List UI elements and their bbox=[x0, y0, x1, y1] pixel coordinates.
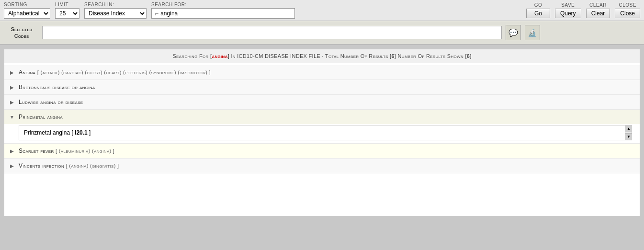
search-term: angina bbox=[212, 53, 227, 59]
result-header-6[interactable]: ▶ Vincents infection [ (angina) (gingivi… bbox=[4, 159, 640, 173]
clear-btn-group: Clear Clear bbox=[586, 2, 610, 18]
bio-icon-button[interactable]: 🔬 bbox=[525, 25, 540, 40]
result-row-3: ▶ Ludwigs angina or disease bbox=[4, 95, 640, 110]
result-subterms-6: [ (angina) (gingivitis) ] bbox=[66, 163, 119, 169]
go-btn-group: Go Go bbox=[526, 2, 550, 18]
close-label: Close bbox=[619, 2, 636, 8]
expand-icon-1: ▶ bbox=[9, 69, 15, 75]
close-btn-group: Close Close bbox=[615, 2, 640, 18]
clear-label: Clear bbox=[589, 2, 607, 8]
result-row-1: ▶ Angina [ (attack) (cardiac) (chest) (h… bbox=[4, 65, 640, 80]
summary-middle: ] In ICD10-CM DISEASE INDEX FILE · Total… bbox=[228, 53, 392, 59]
selected-codes-input[interactable] bbox=[42, 26, 502, 39]
result-subterms-5: [ (albuminuria) (angina) ] bbox=[56, 148, 114, 154]
scroll-up-4[interactable]: ▲ bbox=[625, 125, 632, 132]
result-title-4: Prinzmetal angina bbox=[19, 114, 63, 120]
detail-scrollbar-4: ▲ ▼ bbox=[625, 125, 632, 140]
limit-select[interactable]: 25 50 100 bbox=[55, 8, 79, 19]
search-in-select[interactable]: Disease Index ICD10-CM Tabular E/M Guide… bbox=[84, 8, 147, 19]
expand-icon-6: ▶ bbox=[9, 163, 15, 169]
result-detail-4: Prinzmetal angina [ I20.1 ] ▲ ▼ bbox=[19, 125, 632, 140]
save-button[interactable]: Query bbox=[555, 9, 581, 18]
selected-codes-label: Selected Codes bbox=[5, 26, 38, 40]
result-row-5: ▶ Scarlet fever [ (albuminuria) (angina)… bbox=[4, 144, 640, 159]
expand-icon-5: ▶ bbox=[9, 148, 15, 154]
selected-codes-bar: Selected Codes 💬 🔬 bbox=[0, 21, 644, 45]
limit-label: Limit bbox=[55, 2, 68, 7]
summary-suffix1: ] Number Of Results Shown [ bbox=[395, 53, 467, 59]
search-input-wrapper: ⌐ bbox=[151, 8, 295, 19]
result-subterms-1: [ (attack) (cardiac) (chest) (heart) (pe… bbox=[37, 69, 211, 75]
save-label: Save bbox=[561, 2, 575, 8]
save-btn-group: Save Query bbox=[555, 2, 581, 18]
result-title-1: Angina [ (attack) (cardiac) (chest) (hea… bbox=[19, 69, 211, 76]
search-input[interactable] bbox=[160, 10, 292, 17]
result-header-4[interactable]: ▼ Prinzmetal angina bbox=[4, 110, 640, 124]
expand-icon-4: ▼ bbox=[9, 114, 15, 120]
go-label: Go bbox=[534, 2, 542, 8]
search-prompt-icon: ⌐ bbox=[155, 10, 158, 17]
result-title-2: Bretonneaus disease or angina bbox=[19, 84, 95, 91]
chat-icon: 💬 bbox=[508, 28, 518, 37]
result-title-5: Scarlet fever [ (albuminuria) (angina) ] bbox=[19, 148, 114, 154]
result-header-3[interactable]: ▶ Ludwigs angina or disease bbox=[4, 95, 640, 109]
scroll-down-4[interactable]: ▼ bbox=[625, 133, 632, 140]
main-content: Searching For [angina] In ICD10-CM DISEA… bbox=[4, 49, 640, 216]
summary-suffix2: ] bbox=[470, 53, 471, 59]
search-in-control: Disease Index ICD10-CM Tabular E/M Guide… bbox=[84, 8, 147, 19]
result-row-6: ▶ Vincents infection [ (angina) (gingivi… bbox=[4, 159, 640, 173]
result-detail-text-4: Prinzmetal angina [ I20.1 ] bbox=[24, 129, 90, 136]
result-header-2[interactable]: ▶ Bretonneaus disease or angina bbox=[4, 80, 640, 94]
close-button[interactable]: Close bbox=[615, 9, 640, 18]
results-list: ▶ Angina [ (attack) (cardiac) (chest) (h… bbox=[4, 63, 640, 175]
result-title-6: Vincents infection [ (angina) (gingiviti… bbox=[19, 162, 119, 169]
go-button[interactable]: Go bbox=[526, 9, 550, 18]
bio-icon: 🔬 bbox=[528, 28, 537, 37]
result-row-4: ▼ Prinzmetal angina Prinzmetal angina [ … bbox=[4, 110, 640, 144]
search-summary: Searching For [angina] In ICD10-CM DISEA… bbox=[4, 49, 640, 63]
expand-icon-3: ▶ bbox=[9, 99, 15, 105]
summary-prefix: Searching For [ bbox=[172, 53, 212, 59]
sorting-group: Sorting Alphabetical By Code By Category bbox=[4, 2, 50, 19]
search-in-label: Search In: bbox=[84, 2, 114, 7]
search-in-group: Search In: Disease Index ICD10-CM Tabula… bbox=[84, 2, 147, 19]
clear-button[interactable]: Clear bbox=[586, 9, 610, 18]
result-row-2: ▶ Bretonneaus disease or angina bbox=[4, 80, 640, 95]
result-header-5[interactable]: ▶ Scarlet fever [ (albuminuria) (angina)… bbox=[4, 144, 640, 158]
limit-group: Limit 25 50 100 bbox=[55, 2, 79, 19]
toolbar: Sorting Alphabetical By Code By Category… bbox=[0, 0, 644, 21]
result-header-1[interactable]: ▶ Angina [ (attack) (cardiac) (chest) (h… bbox=[4, 65, 640, 80]
sorting-select[interactable]: Alphabetical By Code By Category bbox=[4, 8, 50, 19]
limit-control: 25 50 100 bbox=[55, 8, 79, 19]
sorting-label: Sorting bbox=[4, 2, 27, 7]
search-for-label: Search For: bbox=[151, 2, 187, 7]
sorting-control: Alphabetical By Code By Category bbox=[4, 8, 50, 19]
expand-icon-2: ▶ bbox=[9, 84, 15, 90]
chat-icon-button[interactable]: 💬 bbox=[506, 25, 521, 40]
search-for-group: Search For: ⌐ bbox=[151, 2, 521, 19]
result-title-3: Ludwigs angina or disease bbox=[19, 99, 83, 105]
